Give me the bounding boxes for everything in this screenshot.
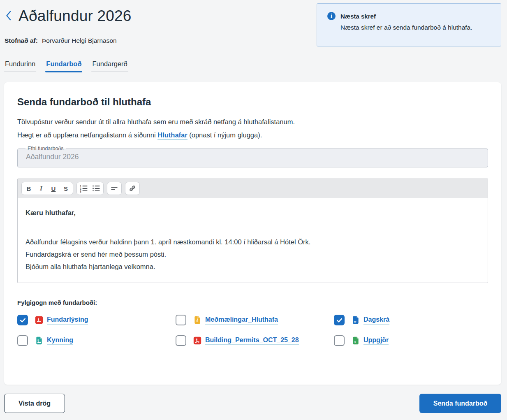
editor-toolbar: BIUS123 [18, 179, 488, 198]
tab-label: Fundurinn [4, 60, 36, 68]
attachment-item: Meðmælingar_Hluthafa [176, 315, 334, 325]
toolbar-button-group: 123 [76, 182, 104, 195]
description-line-1: Tölvupóstur verður sendur út til allra h… [17, 118, 488, 126]
attachments-label: Fylgigögn með fundarboði: [17, 299, 488, 306]
attachment-item: Building_Permits_OCT_25_28 [176, 335, 334, 346]
back-button[interactable] [5, 10, 12, 23]
bold-button[interactable]: B [23, 183, 35, 194]
tab-label: Fundargerð [91, 60, 128, 68]
tab-label: Fundarboð [45, 60, 82, 68]
infobox-header: i Næsta skref [327, 12, 491, 20]
tab-bar: FundurinnFundarboðFundargerð [4, 60, 128, 72]
attachment-link[interactable]: Kynning [47, 336, 73, 345]
attachment-link[interactable]: Dagskrá [363, 316, 389, 325]
editor-body[interactable]: Kæru hluthafar, Aðalfundur félagsins ver… [18, 198, 488, 283]
align-left-button[interactable] [108, 183, 120, 194]
attachment-item: Fundarlýsing [17, 315, 176, 325]
word-file-icon: w [352, 316, 360, 324]
checkmark-icon [336, 317, 343, 324]
bold-icon: B [27, 186, 31, 192]
tab-underline [91, 71, 128, 72]
card-title: Senda fundarboð til hluthafa [17, 96, 488, 108]
link-icon [128, 184, 137, 193]
align-left-icon [110, 184, 118, 193]
created-by-label: Stofnað af: [5, 37, 38, 44]
subject-field-label: Efni fundarboðs [25, 146, 66, 151]
info-icon: i [327, 12, 336, 20]
editor-line: Bjóðum alla hluthafa hjartanlega velkomn… [25, 260, 480, 273]
toolbar-button-group [107, 182, 122, 195]
link-button[interactable] [126, 183, 139, 194]
italic-icon: I [40, 186, 42, 192]
next-step-infobox: i Næsta skref Næsta skref er að senda fu… [317, 3, 501, 46]
ordered-list-icon: 123 [80, 184, 88, 193]
excel-file-icon: x [352, 336, 360, 345]
tab-underline [45, 71, 82, 72]
svg-text:3: 3 [80, 190, 81, 193]
editor-line: Fundardagskrá er send hér með þessum pós… [25, 248, 480, 260]
bullet-list-button[interactable] [90, 183, 102, 194]
tab-fundarger-[interactable]: Fundargerð [91, 60, 128, 72]
attachment-link[interactable]: Meðmælingar_Hluthafa [205, 316, 278, 325]
ordered-list-button[interactable]: 123 [78, 183, 90, 194]
attachment-link[interactable]: Uppgjör [363, 336, 389, 345]
description-line-2-prefix: Hægt er að uppfæra netfangalistann á síð… [17, 131, 157, 139]
send-invitation-button[interactable]: Senda fundarboð [419, 394, 501, 413]
strikethrough-icon: S [64, 186, 68, 192]
tab-underline [4, 71, 36, 72]
strikethrough-button[interactable]: S [60, 183, 72, 194]
image-file-icon [35, 336, 43, 345]
infobox-title: Næsta skref [340, 13, 376, 20]
attachments-grid: FundarlýsingMeðmælingar_HluthafawDagskrá… [17, 315, 488, 346]
pdf-file-icon [193, 336, 201, 345]
pdf-file-icon [35, 316, 43, 324]
underline-icon: U [51, 186, 56, 192]
description-line-2: Hægt er að uppfæra netfangalistann á síð… [17, 131, 488, 139]
tab-fundurinn[interactable]: Fundurinn [4, 60, 36, 72]
attachment-item: xUppgjör [334, 335, 488, 346]
page-title: Aðalfundur 2026 [19, 7, 132, 25]
underline-button[interactable]: U [47, 183, 60, 194]
subject-field[interactable]: Efni fundarboðs Aðalfundur 2026 [17, 146, 488, 167]
chevron-left-icon [6, 11, 11, 22]
created-by: Stofnað af:Þorvarður Helgi Bjarnason [5, 37, 117, 44]
attachment-checkbox[interactable] [17, 335, 28, 346]
attachment-checkbox[interactable] [17, 315, 28, 325]
header: Aðalfundur 2026 [5, 7, 132, 25]
italic-button[interactable]: I [35, 183, 47, 194]
description-line-2-suffix: (opnast í nýjum glugga). [188, 131, 262, 139]
checkmark-icon [19, 317, 26, 324]
editor-greeting: Kæru hluthafar, [25, 209, 480, 217]
attachment-checkbox[interactable] [176, 315, 186, 325]
zip-file-icon [193, 316, 201, 324]
svg-text:w: w [354, 320, 357, 323]
attachment-link[interactable]: Building_Permits_OCT_25_28 [205, 336, 299, 345]
toolbar-button-group [125, 182, 140, 195]
save-draft-button[interactable]: Vista drög [4, 394, 65, 413]
attachment-link[interactable]: Fundarlýsing [47, 316, 88, 325]
send-invitation-card: Senda fundarboð til hluthafa Tölvupóstur… [4, 82, 501, 385]
editor-line: Aðalfundur félagsins verður haldinn þann… [25, 236, 480, 248]
infobox-text: Næsta skref er að senda fundarboð á hlut… [340, 24, 491, 31]
attachment-checkbox[interactable] [334, 335, 345, 346]
attachment-checkbox[interactable] [334, 315, 345, 325]
attachment-checkbox[interactable] [176, 335, 186, 346]
footer-actions: Vista drög Senda fundarboð [4, 394, 501, 413]
attachment-item: Kynning [17, 335, 176, 346]
shareholders-link[interactable]: Hluthafar [157, 131, 187, 140]
subject-field-value: Aðalfundur 2026 [23, 151, 482, 162]
created-by-value: Þorvarður Helgi Bjarnason [42, 37, 117, 44]
rich-text-editor: BIUS123 Kæru hluthafar, Aðalfundur félag… [17, 179, 488, 283]
meeting-invitation-page: Aðalfundur 2026 Stofnað af:Þorvarður Hel… [0, 0, 507, 420]
toolbar-button-group: BIUS [21, 182, 73, 195]
tab-fundarbo-[interactable]: Fundarboð [45, 60, 82, 72]
attachment-item: wDagskrá [334, 315, 488, 325]
bullet-list-icon [92, 184, 100, 193]
